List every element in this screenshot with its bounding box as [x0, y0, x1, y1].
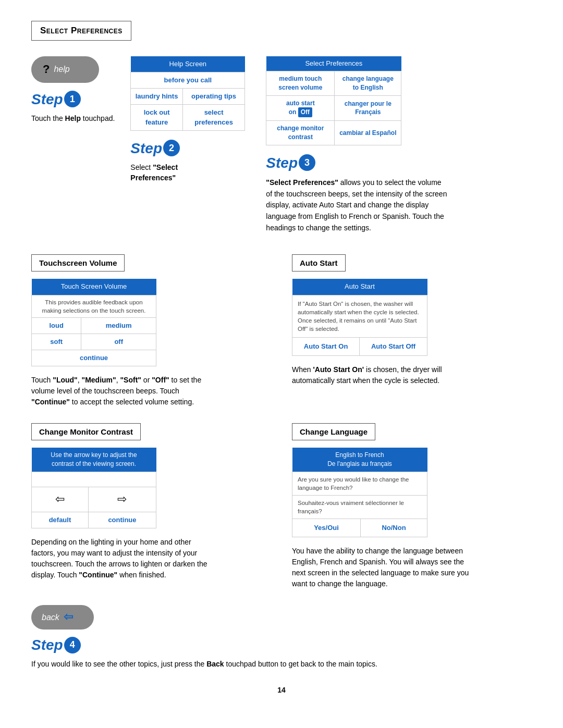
change-language-box: Change Language [292, 423, 375, 440]
step1-badge: Step 1 [31, 89, 81, 109]
step3-number: 3 [299, 154, 315, 171]
help-screen-operating-tips[interactable]: operating tips [182, 89, 245, 105]
main-sections: Touchscreen Volume Touch Screen Volume T… [31, 254, 532, 408]
auto-start-table: Auto Start If "Auto Start On" is chosen,… [292, 279, 427, 356]
help-screen-laundry-hints[interactable]: laundry hints [131, 89, 182, 105]
step2-col: Help Screen before you call laundry hint… [130, 56, 250, 183]
touchscreen-volume-title: Touchscreen Volume [39, 258, 117, 267]
steps-intro-row: ? help Step 1 Touch the Help touchpad. H… [31, 56, 532, 234]
cl-desc-line2: Souhaitez-vous vraiment sélectionner le … [292, 496, 427, 519]
mc-left-arrow[interactable]: ⇦ [32, 487, 89, 512]
tsv-description: Touch "Loud", "Medium", "Soft" or "Off" … [31, 375, 209, 408]
mc-table: Use the arrow key to adjust the contrast… [31, 448, 156, 528]
cl-desc-line1: Are you sure you would like to change th… [292, 472, 427, 495]
change-monitor-box: Change Monitor Contrast [31, 423, 141, 440]
step3-description: "Select Preferences" allows you to selec… [266, 177, 448, 233]
step3-col: Select Preferences medium touch screen v… [266, 56, 532, 234]
tsv-continue[interactable]: continue [32, 350, 156, 366]
cl-description: You have the ability to change the langu… [292, 546, 469, 589]
help-screen-lock-out[interactable]: lock out feature [131, 105, 182, 130]
step2-number: 2 [163, 140, 180, 156]
step2-description: Select "Select Preferences" [130, 163, 224, 183]
help-label: help [54, 64, 69, 75]
cl-table-title: English to French De l'anglais au frança… [292, 448, 427, 472]
mc-table-title: Use the arrow key to adjust the contrast… [32, 448, 156, 472]
back-arrow-icon: ⇦ [64, 609, 73, 625]
help-screen-select-pref[interactable]: select preferences [182, 105, 245, 130]
step1-description: Touch the Help touchpad. [31, 114, 115, 124]
mc-description: Depending on the lighting in your home a… [31, 537, 209, 581]
step1-col: ? help Step 1 Touch the Help touchpad. [31, 56, 115, 124]
sp-changer-francais[interactable]: changer pour le Français [335, 95, 401, 121]
step4-description: If you would like to see the other topic… [31, 659, 532, 670]
auto-start-description: When 'Auto Start On' is chosen, the drye… [292, 364, 469, 386]
step4-number: 4 [64, 637, 81, 653]
mc-right-arrow[interactable]: ⇨ [88, 487, 156, 512]
sp-auto-start[interactable]: auto start on Off [266, 95, 335, 121]
sp-change-monitor[interactable]: change monitor contrast [266, 121, 335, 145]
page-title: Select Preferences [40, 26, 123, 35]
tsv-table-title: Touch Screen Volume [32, 279, 156, 295]
auto-start-table-title: Auto Start [292, 279, 427, 295]
select-pref-title: Select Preferences [266, 56, 401, 71]
tsv-loud[interactable]: loud [32, 317, 81, 334]
change-monitor-title: Change Monitor Contrast [39, 427, 133, 436]
step4-section: back ⇦ Step 4 If you would like to see t… [31, 605, 532, 670]
auto-start-off-btn[interactable]: Auto Start Off [360, 337, 427, 355]
back-oval[interactable]: back ⇦ [31, 605, 94, 630]
back-label: back [42, 612, 59, 623]
step1-number: 1 [64, 91, 81, 107]
step2-badge: Step 2 [130, 138, 180, 158]
tsv-soft[interactable]: soft [32, 334, 81, 350]
help-oval: ? help [31, 56, 99, 83]
sp-medium-touch[interactable]: medium touch screen volume [266, 71, 335, 95]
change-language-section: Change Language English to French De l'a… [292, 423, 532, 589]
auto-start-section: Auto Start Auto Start If "Auto Start On"… [292, 254, 532, 408]
mc-continue-btn[interactable]: continue [88, 512, 156, 528]
help-screen-title: Help Screen [131, 56, 245, 72]
step4-badge: Step 4 [31, 635, 532, 655]
tsv-table: Touch Screen Volume This provides audibl… [31, 279, 156, 366]
cl-no-btn[interactable]: No/Non [360, 519, 427, 537]
change-monitor-section: Change Monitor Contrast Use the arrow ke… [31, 423, 271, 589]
sp-cambiar-espanol[interactable]: cambiar al Español [335, 121, 401, 145]
step3-badge: Step 3 [266, 153, 315, 173]
touchscreen-volume-box: Touchscreen Volume [31, 254, 125, 272]
auto-start-on-btn[interactable]: Auto Start On [292, 337, 360, 355]
auto-start-box: Auto Start [292, 254, 346, 272]
help-screen-table: Help Screen before you call laundry hint… [130, 56, 245, 131]
back-area: back ⇦ [31, 605, 532, 630]
question-mark-icon: ? [43, 61, 50, 78]
auto-start-title: Auto Start [300, 258, 338, 267]
tsv-subtitle: This provides audible feedback upon maki… [32, 295, 156, 317]
mc-default-btn[interactable]: default [32, 512, 89, 528]
auto-start-desc: If "Auto Start On" is chosen, the washer… [292, 295, 427, 337]
tsv-medium[interactable]: medium [81, 317, 156, 334]
sp-change-language[interactable]: change language to English [335, 71, 401, 95]
lower-sections: Change Monitor Contrast Use the arrow ke… [31, 423, 532, 589]
sp-off-highlight: Off [298, 107, 312, 117]
cl-table: English to French De l'anglais au frança… [292, 448, 427, 537]
help-screen-before-you-call: before you call [131, 72, 245, 88]
page-number: 14 [31, 685, 532, 696]
tsv-off[interactable]: off [81, 334, 156, 350]
cl-yes-btn[interactable]: Yes/Oui [292, 519, 361, 537]
touchscreen-volume-section: Touchscreen Volume Touch Screen Volume T… [31, 254, 271, 408]
change-language-title: Change Language [300, 427, 368, 436]
select-pref-table: Select Preferences medium touch screen v… [266, 56, 401, 145]
page-title-box: Select Preferences [31, 21, 131, 41]
